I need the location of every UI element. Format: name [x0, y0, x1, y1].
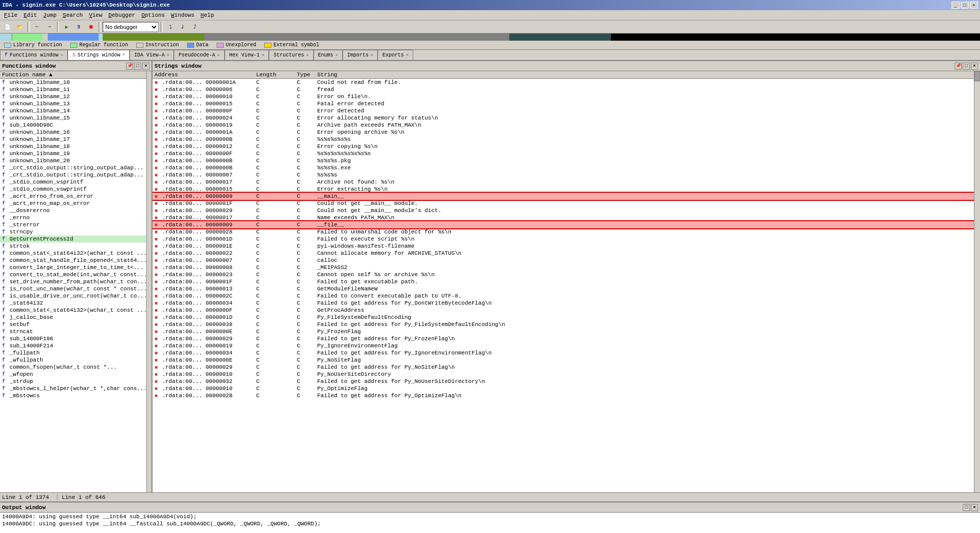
tab-exports-close[interactable]: ×: [406, 53, 408, 58]
new-button[interactable]: 📄: [2, 21, 13, 33]
table-row[interactable]: f _acrt_errno_from_os_error .text 0: [0, 193, 146, 200]
menu-help[interactable]: Help: [198, 11, 217, 19]
table-row[interactable]: f __dosererrno .text 0: [0, 207, 146, 214]
table-row[interactable]: ■ .rdata:00... 00000022 C C Cannot alloc…: [152, 250, 974, 257]
table-row[interactable]: ■ .rdata:00... 00000001A C C Could not r…: [152, 79, 974, 86]
table-row[interactable]: ■ .rdata:00... 0000002B C C Failed to ge…: [152, 392, 974, 399]
table-row[interactable]: ■ .rdata:00... 00000010 C C Error on fil…: [152, 93, 974, 100]
back-button[interactable]: ←: [32, 21, 43, 33]
maximize-button[interactable]: □: [961, 2, 969, 9]
table-row[interactable]: ■ .rdata:00... 00000006 C C fread: [152, 86, 974, 93]
table-row[interactable]: f setbuf .text 0: [0, 321, 146, 328]
table-row[interactable]: f _wfopen .text 0: [0, 371, 146, 378]
output-float[interactable]: □: [963, 504, 970, 511]
table-row[interactable]: ■ .rdata:00... 00000017 C C Archive not …: [152, 179, 974, 186]
table-row[interactable]: ■ .rdata:00... 00000019 C C Py_IgnoreEnv…: [152, 342, 974, 349]
table-row[interactable]: ■ .rdata:00... 0000000E C C Py_NoSiteFla…: [152, 357, 974, 364]
table-row[interactable]: ■ .rdata:00... 00000019 C C Archive path…: [152, 122, 974, 129]
table-row[interactable]: f _crt_stdio_output::string_output_adap.…: [0, 171, 146, 179]
table-row[interactable]: f convert_large_integer_time_to_time_t<.…: [0, 264, 146, 271]
table-row[interactable]: f strncpy .text 0: [0, 228, 146, 235]
table-row[interactable]: ■ .rdata:00... 0000001F C C Could not ge…: [152, 200, 974, 207]
tab-strings-close[interactable]: ×: [122, 52, 125, 57]
menu-search[interactable]: Search: [59, 11, 86, 19]
table-row[interactable]: ■ .rdata:00... 00000028 C C Failed to un…: [152, 228, 974, 235]
table-row[interactable]: f unknown_libname_18 .text 0: [0, 143, 146, 150]
table-row[interactable]: f GetCurrentProcessId .text 0: [0, 235, 146, 243]
table-row[interactable]: ■ .rdata:00... 0000000F C C Error detect…: [152, 107, 974, 114]
strings-scroll[interactable]: Address Length Type String ■ .rdata:00..…: [152, 71, 974, 492]
table-row[interactable]: f sub_14000D90C .text 0: [0, 122, 146, 129]
minimize-button[interactable]: _: [952, 2, 960, 9]
table-row[interactable]: f _stat64i32 .text 0: [0, 300, 146, 307]
table-row[interactable]: f unknown_libname_19 .text 0: [0, 150, 146, 157]
table-row[interactable]: ■ .rdata:00... 00000023 C C Cannot open …: [152, 271, 974, 278]
table-row[interactable]: ■ .rdata:00... 0000000E C C Py_FrozenFla…: [152, 328, 974, 335]
table-row[interactable]: f _mbstowcs .text 0 ▼: [0, 392, 146, 399]
table-row[interactable]: f sub_14000F198 .text 0: [0, 335, 146, 342]
table-row[interactable]: f _acrt_errno_map_os_error .text 0: [0, 200, 146, 207]
run-button[interactable]: ▶: [61, 21, 72, 33]
stop-button[interactable]: ⏹: [85, 21, 97, 33]
table-row[interactable]: f convert_to_stat_mode(int,wchar_t const…: [0, 271, 146, 278]
tab-structures[interactable]: Structures ×: [269, 50, 313, 60]
table-row[interactable]: ■ .rdata:00... 0000002C C C Failed to co…: [152, 292, 974, 300]
table-row[interactable]: f unknown_libname_15 .text 0: [0, 114, 146, 122]
table-row[interactable]: ■ .rdata:00... 00000038 C C Failed to ge…: [152, 321, 974, 328]
tab-ida-view-close[interactable]: ×: [167, 53, 169, 58]
table-row[interactable]: ■ .rdata:00... 00000024 C C Error alloca…: [152, 114, 974, 122]
table-row[interactable]: f sub_14000F214 .text 0: [0, 342, 146, 349]
table-row[interactable]: ■ .rdata:00... 00000015 C C Error extrac…: [152, 186, 974, 193]
output-close[interactable]: ×: [971, 504, 978, 511]
table-row[interactable]: ■ .rdata:00... 0000000F C C %s%s%s%s%s%s…: [152, 150, 974, 157]
functions-panel-float[interactable]: □: [134, 63, 141, 70]
functions-scroll[interactable]: Function name ▲ Segment Length f unknown…: [0, 71, 146, 492]
table-row[interactable]: f _strerror .text 0: [0, 221, 146, 228]
strings-scrollbar[interactable]: [974, 71, 980, 492]
table-row[interactable]: f unknown_libname_10 .text 0: [0, 79, 146, 86]
table-row[interactable]: f common_stat<_stat64i32>(wchar_t const …: [0, 250, 146, 257]
functions-panel-close[interactable]: ×: [142, 63, 149, 70]
tab-exports[interactable]: Exports ×: [378, 50, 413, 60]
col-string[interactable]: String: [315, 71, 974, 79]
table-row[interactable]: ■ .rdata:00... 00000009 C C __main__: [152, 193, 974, 200]
table-row[interactable]: f unknown_libname_16 .text 0: [0, 129, 146, 136]
functions-scrollbar[interactable]: [146, 71, 151, 492]
table-row[interactable]: f common_fsopen(wchar_t const *... .text…: [0, 364, 146, 371]
debugger-select[interactable]: No debugger: [103, 22, 159, 32]
table-row[interactable]: f unknown_libname_13 .text 0: [0, 100, 146, 107]
table-row[interactable]: ■ .rdata:00... 0000001E C C pyi-windows-…: [152, 243, 974, 250]
table-row[interactable]: f unknown_libname_20 .text 0: [0, 157, 146, 164]
tab-pseudocode-a[interactable]: Pseudocode-A ×: [174, 50, 224, 60]
table-row[interactable]: f strtok .text 0: [0, 243, 146, 250]
table-row[interactable]: f _wfullpath .text 0: [0, 357, 146, 364]
functions-panel-pin[interactable]: 📌: [126, 63, 133, 70]
table-row[interactable]: f _errno .text 0: [0, 214, 146, 221]
step-out-button[interactable]: ⤴: [189, 21, 200, 33]
tab-ida-view-a[interactable]: IDA View-A ×: [130, 50, 174, 60]
table-row[interactable]: ■ .rdata:00... 00000029 C C Could not ge…: [152, 207, 974, 214]
tab-functions-close[interactable]: ×: [60, 53, 63, 58]
table-row[interactable]: ■ .rdata:00... 00000034 C C Failed to ge…: [152, 300, 974, 307]
menu-file[interactable]: File: [1, 11, 20, 19]
table-row[interactable]: f unknown_libname_14 .text 0: [0, 107, 146, 114]
table-row[interactable]: ■ .rdata:00... 0000001F C C Failed to ge…: [152, 278, 974, 285]
step-over-button[interactable]: ⤸: [177, 21, 188, 33]
close-button[interactable]: ×: [970, 2, 978, 9]
table-row[interactable]: f _stdio_common_vsprintf .text 0: [0, 179, 146, 186]
table-row[interactable]: ■ .rdata:00... 00000007 C C calloc: [152, 257, 974, 264]
tab-functions[interactable]: f Functions window ×: [0, 50, 68, 60]
tab-enums-close[interactable]: ×: [335, 53, 338, 58]
table-row[interactable]: f _stdio_common_vswprintf .text 0: [0, 186, 146, 193]
table-row[interactable]: f _fullpath .text 0: [0, 349, 146, 357]
table-row[interactable]: ■ .rdata:00... 0000000F C C GetProcAddre…: [152, 307, 974, 314]
table-row[interactable]: ■ .rdata:00... 0000001A C C Error openin…: [152, 129, 974, 136]
table-row[interactable]: ■ .rdata:00... 00000010 C C Py_OptimizeF…: [152, 385, 974, 392]
table-row[interactable]: f is_usable_drive_or_unc_root(wchar_t co…: [0, 292, 146, 300]
col-length[interactable]: Length: [254, 71, 295, 79]
table-row[interactable]: ■ .rdata:00... 0000001D C C Failed to ex…: [152, 235, 974, 243]
table-row[interactable]: ■ .rdata:00... 00000012 C C Error copyin…: [152, 143, 974, 150]
tab-enums[interactable]: Enums ×: [314, 50, 343, 60]
table-row[interactable]: ■ .rdata:00... 00000029 C C Failed to ge…: [152, 335, 974, 342]
open-button[interactable]: 📂: [14, 21, 25, 33]
